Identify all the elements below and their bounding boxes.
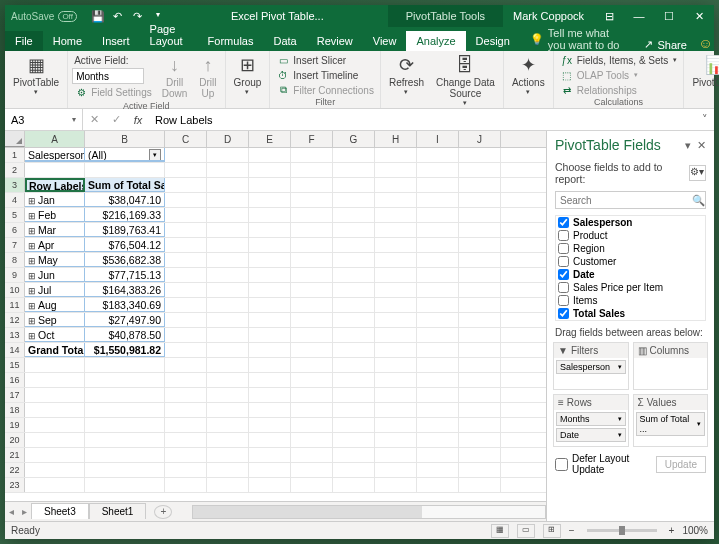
- formula-input[interactable]: Row Labels: [149, 114, 696, 126]
- add-sheet-button[interactable]: +: [154, 505, 172, 519]
- cell[interactable]: [417, 343, 459, 357]
- cell[interactable]: ⊞Jun: [25, 268, 85, 282]
- undo-icon[interactable]: ↶: [109, 10, 127, 23]
- rows-area[interactable]: ≡Rows Months▾Date▾: [553, 394, 629, 447]
- col-header[interactable]: D: [207, 131, 249, 147]
- select-all-corner[interactable]: [5, 131, 25, 147]
- active-field-input[interactable]: [72, 68, 144, 84]
- field-list-item[interactable]: Sales Price per Item: [556, 281, 705, 294]
- tab-page-layout[interactable]: Page Layout: [140, 19, 198, 51]
- sheet-tab[interactable]: Sheet1: [89, 503, 147, 519]
- area-field-chip[interactable]: Months▾: [556, 412, 626, 426]
- cell[interactable]: [459, 148, 501, 162]
- pivotchart-button[interactable]: 📊PivotChart: [688, 53, 719, 90]
- cell[interactable]: $38,047.10: [85, 193, 165, 207]
- cell[interactable]: [207, 433, 249, 447]
- field-checkbox[interactable]: [558, 295, 569, 306]
- tab-file[interactable]: File: [5, 31, 43, 51]
- cell[interactable]: [417, 163, 459, 177]
- cell[interactable]: [249, 388, 291, 402]
- tab-analyze[interactable]: Analyze: [406, 31, 465, 51]
- cell[interactable]: $27,497.90: [85, 313, 165, 327]
- relationships-button[interactable]: ⇄Relationships: [558, 83, 680, 97]
- cell[interactable]: [207, 253, 249, 267]
- cell[interactable]: [165, 238, 207, 252]
- cell[interactable]: [333, 283, 375, 297]
- cell[interactable]: [25, 433, 85, 447]
- cell[interactable]: [417, 373, 459, 387]
- cell[interactable]: Row Labels▾: [25, 178, 85, 192]
- autosave-toggle[interactable]: AutoSaveOff: [11, 11, 77, 22]
- cell[interactable]: [165, 193, 207, 207]
- cell[interactable]: [333, 463, 375, 477]
- cell[interactable]: [417, 448, 459, 462]
- cell[interactable]: [459, 463, 501, 477]
- cell[interactable]: ⊞Feb: [25, 208, 85, 222]
- cell[interactable]: [249, 343, 291, 357]
- cell[interactable]: [291, 313, 333, 327]
- expand-icon[interactable]: ⊞: [28, 256, 36, 266]
- col-header[interactable]: E: [249, 131, 291, 147]
- cell[interactable]: [459, 328, 501, 342]
- cell[interactable]: [459, 268, 501, 282]
- cell[interactable]: [333, 433, 375, 447]
- cell[interactable]: $189,763.41: [85, 223, 165, 237]
- zoom-level[interactable]: 100%: [682, 525, 708, 536]
- cell[interactable]: [249, 193, 291, 207]
- field-checkbox[interactable]: [558, 217, 569, 228]
- cell[interactable]: [207, 283, 249, 297]
- cell[interactable]: $1,550,981.82: [85, 343, 165, 357]
- cell[interactable]: [375, 148, 417, 162]
- cell[interactable]: [417, 478, 459, 492]
- tab-home[interactable]: Home: [43, 31, 92, 51]
- cell[interactable]: [207, 193, 249, 207]
- field-list[interactable]: SalespersonProductRegionCustomerDateSale…: [555, 215, 706, 321]
- pane-layout-options-button[interactable]: ⚙▾: [689, 165, 706, 181]
- cell[interactable]: [291, 403, 333, 417]
- cell[interactable]: [165, 178, 207, 192]
- cell[interactable]: [165, 418, 207, 432]
- cell[interactable]: [417, 208, 459, 222]
- cell[interactable]: [333, 238, 375, 252]
- cell[interactable]: $76,504.12: [85, 238, 165, 252]
- row-header[interactable]: 23: [5, 478, 25, 492]
- cell[interactable]: [333, 208, 375, 222]
- cell[interactable]: $40,878.50: [85, 328, 165, 342]
- cell[interactable]: [375, 253, 417, 267]
- minimize-icon[interactable]: —: [624, 10, 654, 23]
- feedback-icon[interactable]: ☺: [697, 35, 714, 51]
- cell[interactable]: [207, 358, 249, 372]
- row-header[interactable]: 7: [5, 238, 25, 252]
- cell[interactable]: [85, 373, 165, 387]
- col-header[interactable]: F: [291, 131, 333, 147]
- cell[interactable]: [249, 403, 291, 417]
- row-header[interactable]: 12: [5, 313, 25, 327]
- field-checkbox[interactable]: [558, 243, 569, 254]
- cell[interactable]: [459, 208, 501, 222]
- cell[interactable]: [459, 388, 501, 402]
- cell[interactable]: [291, 163, 333, 177]
- cell[interactable]: [249, 448, 291, 462]
- field-list-item[interactable]: Total Sales: [556, 307, 705, 320]
- row-header[interactable]: 11: [5, 298, 25, 312]
- cell[interactable]: $216,169.33: [85, 208, 165, 222]
- field-search-input[interactable]: [556, 192, 691, 208]
- cell[interactable]: [291, 268, 333, 282]
- row-header[interactable]: 10: [5, 283, 25, 297]
- row-header[interactable]: 16: [5, 373, 25, 387]
- cell[interactable]: ⊞Oct: [25, 328, 85, 342]
- zoom-slider[interactable]: [587, 529, 657, 532]
- field-checkbox[interactable]: [558, 269, 569, 280]
- cell[interactable]: $164,383.26: [85, 283, 165, 297]
- cell[interactable]: [207, 328, 249, 342]
- cell[interactable]: [375, 298, 417, 312]
- cell[interactable]: [417, 148, 459, 162]
- cell[interactable]: [291, 478, 333, 492]
- cell[interactable]: [375, 313, 417, 327]
- cell[interactable]: [459, 163, 501, 177]
- row-header[interactable]: 4: [5, 193, 25, 207]
- cell[interactable]: [459, 193, 501, 207]
- cell[interactable]: [417, 403, 459, 417]
- chevron-down-icon[interactable]: ▾: [618, 431, 622, 439]
- cell[interactable]: [291, 223, 333, 237]
